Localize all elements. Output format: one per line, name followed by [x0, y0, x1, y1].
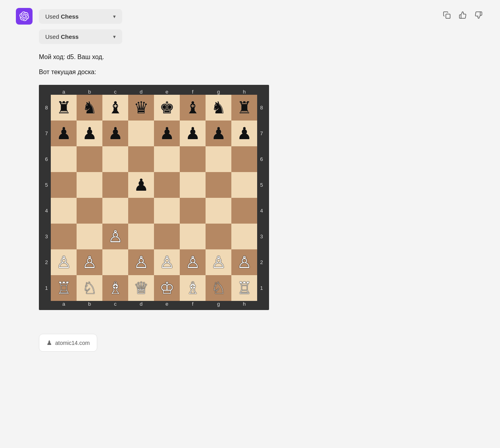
piece-g2: ♙: [211, 254, 226, 271]
cell-b4: [77, 198, 102, 224]
cell-g5: [206, 172, 231, 198]
piece-a1: ♖: [56, 280, 71, 297]
cell-c2: [102, 249, 128, 275]
cell-d3: [128, 224, 154, 249]
piece-d2: ♙: [134, 254, 149, 271]
cell-e6: [154, 146, 180, 172]
tool-badge-1-text: Used Chess: [45, 13, 79, 20]
piece-c3: ♙: [108, 228, 123, 245]
cell-h8: ♜: [231, 95, 257, 121]
piece-c1: ♗: [108, 280, 123, 297]
cell-f4: [180, 198, 206, 224]
piece-d1: ♕: [134, 280, 149, 297]
cell-h1: ♖: [231, 275, 257, 301]
piece-a7: ♟: [56, 125, 71, 142]
cell-f8: ♝: [180, 95, 206, 121]
board-layout: a b c d e f g h 8 7 6 5 4: [42, 89, 266, 307]
cell-e7: ♟: [154, 121, 180, 146]
thumbup-button[interactable]: [457, 10, 468, 21]
cell-d2: ♙: [128, 249, 154, 275]
cell-c3: ♙: [102, 224, 128, 249]
cell-g7: ♟: [206, 121, 231, 146]
attribution-text: atomic14.com: [55, 340, 90, 346]
tool-badge-2-text: Used Chess: [45, 33, 79, 40]
cell-b5: [77, 172, 102, 198]
piece-a2: ♙: [56, 254, 71, 271]
first-tool-row: Used Chess ▾: [16, 8, 484, 25]
cell-c6: [102, 146, 128, 172]
row-labels-right: 8 7 6 5 4 3 2 1: [257, 95, 266, 301]
cell-d5: ♟: [128, 172, 154, 198]
message-line-2: Вот текущая доска:: [39, 67, 484, 77]
piece-e7: ♟: [160, 125, 175, 142]
cell-g4: [206, 198, 231, 224]
cell-g8: ♞: [206, 95, 231, 121]
cell-f1: ♗: [180, 275, 206, 301]
cell-h3: [231, 224, 257, 249]
cell-c5: [102, 172, 128, 198]
cell-a8: ♜: [51, 95, 77, 121]
openai-logo: [16, 8, 33, 25]
piece-h2: ♙: [237, 254, 252, 271]
thumbdown-button[interactable]: [473, 10, 484, 21]
tool-badge-2-chevron: ▾: [113, 34, 116, 40]
tool-badge-1[interactable]: Used Chess ▾: [39, 9, 122, 24]
tool-badge-1-chevron: ▾: [113, 13, 116, 19]
piece-e1: ♔: [160, 280, 175, 297]
piece-h7: ♟: [237, 125, 252, 142]
cell-a1: ♖: [51, 275, 77, 301]
piece-b1: ♘: [82, 280, 97, 297]
piece-g8: ♞: [211, 100, 226, 116]
col-labels-top: a b c d e f g h: [42, 89, 266, 95]
cell-d1: ♕: [128, 275, 154, 301]
cell-c4: [102, 198, 128, 224]
cell-d6: [128, 146, 154, 172]
chess-grid: ♜♞♝♛♚♝♞♜♟♟♟♟♟♟♟♟♙♙♙♙♙♙♙♙♖♘♗♕♔♗♘♖: [51, 95, 257, 301]
cell-g1: ♘: [206, 275, 231, 301]
cell-b2: ♙: [77, 249, 102, 275]
cell-f2: ♙: [180, 249, 206, 275]
piece-h1: ♖: [237, 280, 252, 297]
cell-e2: ♙: [154, 249, 180, 275]
cell-c7: ♟: [102, 121, 128, 146]
cell-a4: [51, 198, 77, 224]
bottom-bar: ♟ atomic14.com: [39, 334, 484, 352]
chess-board: a b c d e f g h 8 7 6 5 4: [39, 85, 269, 310]
cell-f6: [180, 146, 206, 172]
cell-b7: ♟: [77, 121, 102, 146]
cell-a7: ♟: [51, 121, 77, 146]
cell-e3: [154, 224, 180, 249]
cell-h5: [231, 172, 257, 198]
row-labels-left: 8 7 6 5 4 3 2 1: [42, 95, 51, 301]
cell-d4: [128, 198, 154, 224]
cell-e4: [154, 198, 180, 224]
cell-h4: [231, 198, 257, 224]
cell-b1: ♘: [77, 275, 102, 301]
piece-d8: ♛: [134, 100, 149, 116]
board-container: a b c d e f g h 8 7 6 5 4: [39, 85, 269, 310]
piece-e8: ♚: [160, 100, 175, 116]
cell-g3: [206, 224, 231, 249]
tool-badge-2[interactable]: Used Chess ▾: [39, 29, 122, 44]
cell-a6: [51, 146, 77, 172]
cell-b3: [77, 224, 102, 249]
cell-e5: [154, 172, 180, 198]
piece-e2: ♙: [160, 254, 175, 271]
cell-f7: ♟: [180, 121, 206, 146]
piece-f7: ♟: [185, 125, 200, 142]
attribution-box: ♟ atomic14.com: [39, 334, 97, 352]
piece-b8: ♞: [82, 100, 97, 116]
attribution-icon: ♟: [46, 339, 52, 347]
piece-b7: ♟: [82, 125, 97, 142]
action-icons-bar: [441, 10, 484, 21]
board-inner: 8 7 6 5 4 3 2 1 ♜♞♝♛♚♝♞♜♟♟♟♟♟♟♟♟♙♙♙♙♙♙♙♙…: [42, 95, 266, 301]
piece-d5: ♟: [134, 177, 149, 193]
cell-e1: ♔: [154, 275, 180, 301]
cell-f3: [180, 224, 206, 249]
col-labels-bottom: a b c d e f g h: [42, 301, 266, 307]
piece-c8: ♝: [108, 100, 123, 116]
copy-button[interactable]: [441, 10, 452, 21]
piece-a8: ♜: [56, 100, 71, 116]
piece-c7: ♟: [108, 125, 123, 142]
piece-g1: ♘: [211, 280, 226, 297]
